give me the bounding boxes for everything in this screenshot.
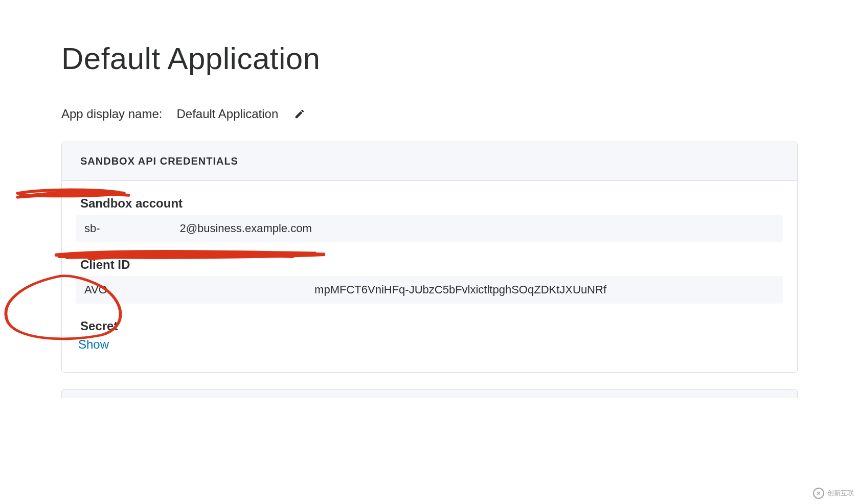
app-display-name-label: App display name: [61,107,162,121]
secret-label: Secret [76,319,783,333]
sandbox-account-field: Sandbox account sb-██████████2@business.… [76,196,783,242]
app-display-name-value: Default Application [176,107,278,121]
sandbox-account-suffix: 2@business.example.com [179,222,311,235]
secret-field: Secret Show [76,319,783,352]
sandbox-account-value: sb-██████████2@business.example.com [76,215,783,242]
watermark-text: 创新互联 [827,489,854,498]
sandbox-credentials-header: SANDBOX API CREDENTIALS [62,142,797,181]
sandbox-credentials-body: Sandbox account sb-██████████2@business.… [62,181,797,372]
client-id-value: AVO██████████████████████████mpMFCT6VniH… [76,276,783,304]
pencil-icon [294,108,305,120]
secret-show-link[interactable]: Show [76,337,109,352]
sandbox-account-label: Sandbox account [76,196,783,211]
app-display-name-row: App display name: Default Application [61,107,798,121]
page-title: Default Application [61,41,798,76]
client-id-prefix: AVO [84,283,107,296]
sandbox-account-prefix: sb- [84,222,100,235]
sandbox-credentials-card: SANDBOX API CREDENTIALS Sandbox account … [61,142,798,373]
watermark-icon [813,488,824,499]
next-card-peek [61,389,798,398]
client-id-suffix: mpMFCT6VniHFq-JUbzC5bFvlxictltpghSOqZDKt… [314,283,606,296]
client-id-field: Client ID AVO██████████████████████████m… [76,258,783,304]
edit-display-name-button[interactable] [292,107,307,121]
client-id-label: Client ID [76,258,783,272]
watermark: 创新互联 [813,488,854,499]
